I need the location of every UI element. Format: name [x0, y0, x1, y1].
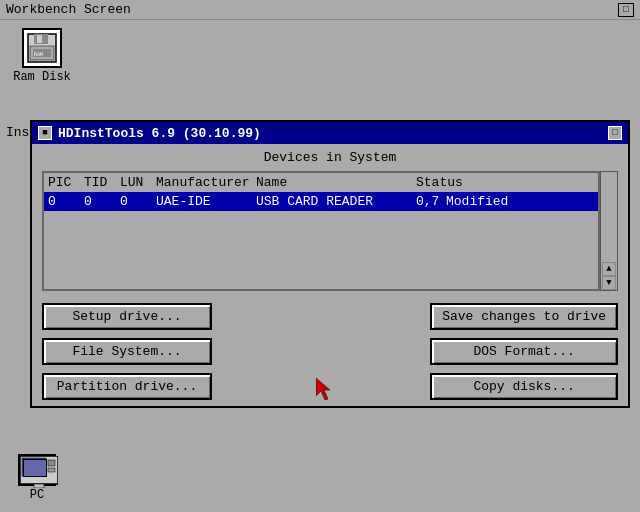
device-status: Modified	[446, 194, 526, 209]
ins-label: Ins	[6, 125, 29, 140]
col-header-mfr: Manufacturer	[156, 175, 256, 190]
ramdisk-icon[interactable]: RAM Ram Disk	[12, 28, 72, 84]
hd-window-title: HDInstTools 6.9 (30.10.99)	[58, 126, 261, 141]
svg-text:RAM: RAM	[34, 51, 43, 57]
col-header-name: Name	[256, 175, 416, 190]
device-name: USB CARD READER	[256, 194, 416, 209]
svg-rect-10	[34, 484, 44, 488]
button-area: Setup drive... File System... Partition …	[42, 303, 618, 400]
pc-svg	[20, 456, 58, 488]
pc-icon[interactable]: PC	[12, 454, 62, 502]
ramdisk-icon-img: RAM	[22, 28, 62, 68]
partition-drive-button[interactable]: Partition drive...	[42, 373, 212, 400]
pc-label: PC	[30, 488, 44, 502]
copy-disks-button[interactable]: Copy disks...	[430, 373, 618, 400]
col-header-status: Status	[416, 175, 496, 190]
hd-maximize-button[interactable]: □	[608, 126, 622, 140]
save-changes-button[interactable]: Save changes to drive	[430, 303, 618, 330]
ramdisk-label: Ram Disk	[13, 70, 71, 84]
scrollbar-up-button[interactable]: ▲	[602, 262, 616, 276]
devices-title: Devices in System	[42, 150, 618, 165]
device-lun: 0	[120, 194, 156, 209]
col-header-tid: TID	[84, 175, 120, 190]
svg-rect-8	[48, 460, 55, 466]
screen-titlebar: Workbench Screen □	[0, 0, 640, 20]
ramdisk-svg: RAM	[26, 32, 58, 64]
table-row[interactable]: 0 0 0 UAE-IDE USB CARD READER 0,7 Modifi…	[44, 192, 598, 211]
dos-format-button[interactable]: DOS Format...	[430, 338, 618, 365]
screen-title: Workbench Screen	[6, 2, 131, 17]
file-system-button[interactable]: File System...	[42, 338, 212, 365]
setup-drive-button[interactable]: Setup drive...	[42, 303, 212, 330]
screen-close-button[interactable]: □	[618, 3, 634, 17]
device-list-container: PIC TID LUN Manufacturer Name Status 0 0…	[42, 171, 618, 291]
hd-titlebar: ■ HDInstTools 6.9 (30.10.99) □	[32, 122, 628, 144]
left-buttons: Setup drive... File System... Partition …	[42, 303, 212, 400]
right-buttons: Save changes to drive DOS Format... Copy…	[430, 303, 618, 400]
hd-content: Devices in System PIC TID LUN Manufactur…	[32, 144, 628, 406]
scrollbar-down-button[interactable]: ▼	[602, 276, 616, 290]
col-header-pic: PIC	[48, 175, 84, 190]
device-tid: 0	[84, 194, 120, 209]
device-list-scrollbar[interactable]: ▲ ▼	[600, 171, 618, 291]
device-manufacturer: UAE-IDE	[156, 194, 256, 209]
device-list-header: PIC TID LUN Manufacturer Name Status	[44, 173, 598, 192]
desktop-area: RAM Ram Disk Ins ■ HDInstTools 6.9 (30.1…	[0, 20, 640, 512]
svg-rect-7	[22, 458, 46, 476]
device-version: 0,7	[416, 194, 446, 209]
device-list[interactable]: PIC TID LUN Manufacturer Name Status 0 0…	[42, 171, 600, 291]
svg-rect-2	[37, 35, 42, 43]
device-pic: 0	[48, 194, 84, 209]
hd-titlebar-left: ■ HDInstTools 6.9 (30.10.99)	[38, 126, 261, 141]
svg-rect-9	[48, 468, 55, 472]
col-header-lun: LUN	[120, 175, 156, 190]
pc-icon-img	[18, 454, 56, 486]
hd-window: ■ HDInstTools 6.9 (30.10.99) □ Devices i…	[30, 120, 630, 408]
hd-close-button[interactable]: ■	[38, 126, 52, 140]
